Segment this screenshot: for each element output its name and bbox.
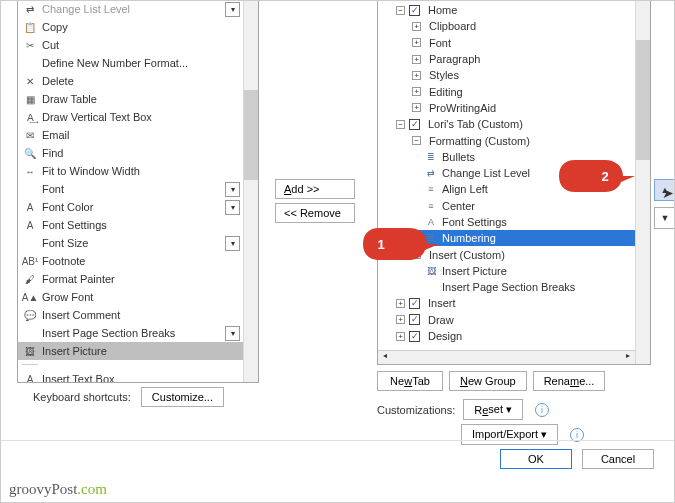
tree-row[interactable]: 🖼Insert Picture	[380, 263, 648, 279]
item-label: Font Settings	[38, 219, 258, 231]
item-icon: A͢	[22, 109, 38, 125]
command-item[interactable]: 🔍 Find	[18, 144, 258, 162]
command-item[interactable]: 💬 Insert Comment	[18, 306, 258, 324]
checkbox[interactable]: ✓	[409, 119, 420, 130]
right-scrollbar[interactable]	[635, 0, 650, 364]
command-item[interactable]: Font Size ▾	[18, 234, 258, 252]
command-item[interactable]: Insert Page Section Breaks ▾	[18, 324, 258, 342]
tree-row[interactable]: AFont Settings	[380, 214, 648, 230]
expand-icon[interactable]: +	[412, 55, 421, 64]
tree-row[interactable]: ≣Numbering	[380, 230, 648, 246]
command-item[interactable]: ▦ Draw Table	[18, 90, 258, 108]
rename-button[interactable]: Rename...	[533, 371, 606, 391]
expand-icon[interactable]: −	[396, 120, 405, 129]
move-down-button[interactable]: ▼	[654, 207, 675, 229]
expand-icon[interactable]: +	[412, 22, 421, 31]
tree-row[interactable]: +ProWritingAid	[380, 100, 648, 116]
row-icon: 🖼	[424, 264, 438, 278]
expand-icon[interactable]: +	[412, 87, 421, 96]
row-label: Font	[425, 37, 451, 49]
expand-icon[interactable]: +	[396, 299, 405, 308]
row-label: Home	[424, 4, 457, 16]
row-label: Bullets	[438, 151, 475, 163]
command-item[interactable]: ✕ Delete	[18, 72, 258, 90]
command-item[interactable]: A͢ Draw Vertical Text Box	[18, 108, 258, 126]
customize-button[interactable]: Customize...	[141, 387, 224, 407]
expand-icon[interactable]: −	[396, 6, 405, 15]
cancel-button[interactable]: Cancel	[582, 449, 654, 469]
command-item[interactable]: Font ▾	[18, 180, 258, 198]
command-item[interactable]: A▲ Grow Font	[18, 288, 258, 306]
tree-row[interactable]: +Editing	[380, 83, 648, 99]
command-item[interactable]: ⇄ Change List Level ▾	[18, 0, 258, 18]
tree-row[interactable]: −Formatting (Custom)	[380, 132, 648, 148]
command-item[interactable]: A Font Settings	[18, 216, 258, 234]
expand-icon[interactable]: −	[412, 136, 421, 145]
tree-row[interactable]: +✓Draw	[380, 312, 648, 328]
tree-row[interactable]: ≡Center	[380, 198, 648, 214]
new-group-button[interactable]: New Group	[449, 371, 527, 391]
customizations-label: Customizations:	[377, 404, 455, 416]
add-button[interactable]: Add >>	[275, 179, 355, 199]
expand-icon[interactable]: −	[412, 250, 421, 259]
dropdown-icon[interactable]: ▾	[225, 236, 240, 251]
tree-row[interactable]: +Clipboard	[380, 18, 648, 34]
commands-list[interactable]: ⇄ Change List Level ▾📋 Copy ✂ Cut Define…	[17, 0, 259, 383]
dropdown-icon[interactable]: ▾	[225, 2, 240, 17]
reset-button[interactable]: Reset ▾	[463, 399, 523, 420]
tree-row[interactable]: ≡Align Left	[380, 181, 648, 197]
dropdown-icon[interactable]: ▾	[225, 326, 240, 341]
row-label: Design	[424, 330, 462, 342]
command-item[interactable]: Define New Number Format...	[18, 54, 258, 72]
item-label: Change List Level	[38, 3, 225, 15]
item-icon: ↔	[22, 163, 38, 179]
tree-row[interactable]: −✓Home	[380, 2, 648, 18]
tree-row[interactable]: +✓Insert	[380, 295, 648, 311]
row-label: Font Settings	[438, 216, 507, 228]
expand-icon[interactable]: +	[412, 103, 421, 112]
dropdown-icon[interactable]: ▾	[225, 200, 240, 215]
row-label: Paragraph	[425, 53, 480, 65]
tree-row[interactable]: +Styles	[380, 67, 648, 83]
tree-row[interactable]: +Paragraph	[380, 51, 648, 67]
remove-button[interactable]: << Remove	[275, 203, 355, 223]
command-item[interactable]: 🖌 Format Painter	[18, 270, 258, 288]
expand-icon[interactable]: +	[396, 332, 405, 341]
command-item[interactable]: ✉ Email	[18, 126, 258, 144]
row-icon: A	[424, 215, 438, 229]
command-item[interactable]: 🖼 Insert Picture	[18, 342, 258, 360]
checkbox[interactable]: ✓	[409, 314, 420, 325]
tree-row[interactable]: −✓Lori's Tab (Custom)	[380, 116, 648, 132]
item-icon: 🖼	[22, 343, 38, 359]
command-item[interactable]: ↔ Fit to Window Width	[18, 162, 258, 180]
expand-icon[interactable]: +	[412, 71, 421, 80]
ribbon-tree[interactable]: −✓Home+Clipboard+Font+Paragraph+Styles+E…	[377, 0, 651, 365]
command-item[interactable]: A Font Color ▾	[18, 198, 258, 216]
move-up-button[interactable]: ▲➤	[654, 179, 675, 201]
watermark: groovyPost.com	[9, 481, 107, 498]
item-icon: 🔍	[22, 145, 38, 161]
h-scrollbar[interactable]: ◂▸	[378, 350, 635, 364]
command-item[interactable]: AB¹ Footnote	[18, 252, 258, 270]
ok-button[interactable]: OK	[500, 449, 572, 469]
expand-icon[interactable]: +	[396, 315, 405, 324]
item-label: Insert Picture	[38, 345, 258, 357]
command-item[interactable]: ✂ Cut	[18, 36, 258, 54]
command-item[interactable]: 📋 Copy	[18, 18, 258, 36]
dropdown-icon[interactable]: ▾	[225, 182, 240, 197]
checkbox[interactable]: ✓	[409, 331, 420, 342]
item-label: Insert Page Section Breaks	[38, 327, 225, 339]
tree-row[interactable]: +✓Design	[380, 328, 648, 344]
command-item[interactable]: A Insert Text Box	[18, 370, 258, 383]
new-tab-button[interactable]: New Tab	[377, 371, 443, 391]
left-scrollbar[interactable]	[243, 0, 258, 382]
checkbox[interactable]: ✓	[409, 5, 420, 16]
expand-icon[interactable]: +	[412, 38, 421, 47]
tree-row[interactable]: ⇄Change List Level	[380, 165, 648, 181]
info-icon[interactable]: i	[535, 403, 549, 417]
tree-row[interactable]: Insert Page Section Breaks	[380, 279, 648, 295]
checkbox[interactable]: ✓	[409, 298, 420, 309]
tree-row[interactable]: −Insert (Custom)	[380, 246, 648, 262]
tree-row[interactable]: +Font	[380, 35, 648, 51]
tree-row[interactable]: ≣Bullets	[380, 149, 648, 165]
